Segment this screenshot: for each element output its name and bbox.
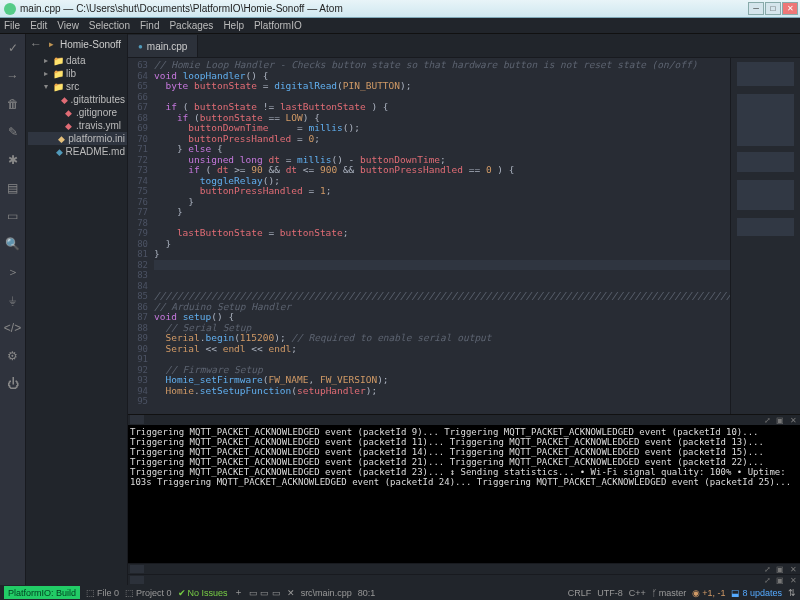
cpp-file-icon: ● bbox=[138, 42, 143, 51]
status-fetch-icon[interactable]: ⇅ bbox=[788, 588, 796, 598]
collapsed-panel-3[interactable]: ⤢ ▣ ✕ bbox=[128, 574, 800, 585]
file-icon: 📁 bbox=[53, 56, 63, 66]
minimize-button[interactable]: ─ bbox=[748, 2, 764, 15]
code-icon[interactable]: </> bbox=[5, 320, 21, 336]
window-controls: ─ □ ✕ bbox=[747, 2, 798, 15]
collapsed-tab-3[interactable] bbox=[130, 576, 144, 584]
tree-label: .travis.yml bbox=[76, 120, 121, 131]
status-git-branch[interactable]: ᚶ master bbox=[652, 588, 687, 598]
serial-icon[interactable]: ⏚ bbox=[5, 292, 21, 308]
menu-view[interactable]: View bbox=[57, 20, 79, 31]
file-icon: ◆ bbox=[56, 147, 63, 157]
tree-label: platformio.ini bbox=[68, 133, 125, 144]
minimap[interactable] bbox=[730, 58, 800, 414]
file-icon: 📁 bbox=[53, 82, 63, 92]
project-header[interactable]: ← ▸ Homie-Sonoff bbox=[26, 34, 127, 54]
window-title: main.cpp — C:\Users\shut\Documents\Platf… bbox=[20, 3, 343, 14]
trash-icon[interactable]: 🗑 bbox=[5, 96, 21, 112]
tree-item--travis-yml[interactable]: ◆.travis.yml bbox=[28, 119, 127, 132]
file-icon: 📁 bbox=[53, 69, 63, 79]
menu-packages[interactable]: Packages bbox=[169, 20, 213, 31]
menu-help[interactable]: Help bbox=[223, 20, 244, 31]
tree-label: .gitattributes bbox=[71, 94, 125, 105]
collapsed-tab-2[interactable] bbox=[130, 565, 144, 573]
tab-bar: ● main.cpp bbox=[128, 34, 800, 58]
tree-label: README.md bbox=[66, 146, 125, 157]
status-bar: PlatformIO: Build ⬚ File 0 ⬚ Project 0 ✔… bbox=[0, 585, 800, 600]
editor-pane: ● main.cpp 63646566676869707172737475767… bbox=[128, 34, 800, 585]
collapsed-panel-2[interactable]: ⤢ ▣ ✕ bbox=[128, 563, 800, 574]
text-editor[interactable]: 6364656667686970717273747576777879808182… bbox=[128, 58, 800, 414]
status-project-count[interactable]: ⬚ Project 0 bbox=[125, 588, 172, 598]
status-updates[interactable]: ⬓ 8 updates bbox=[731, 588, 782, 598]
tab-main-cpp[interactable]: ● main.cpp bbox=[128, 35, 198, 57]
tree-item-src[interactable]: ▾📁src bbox=[28, 80, 127, 93]
panel3-close-icon[interactable]: ✕ bbox=[788, 576, 798, 585]
project-name: Homie-Sonoff bbox=[60, 39, 121, 50]
file-tree: ← ▸ Homie-Sonoff ▸📁data▸📁lib▾📁src◆.gitat… bbox=[26, 34, 128, 585]
status-linter[interactable]: ✔ No Issues bbox=[178, 588, 228, 598]
check-icon[interactable]: ✓ bbox=[5, 40, 21, 56]
status-close-terminals[interactable]: ✕ bbox=[287, 588, 295, 598]
tree-label: .gitignore bbox=[76, 107, 117, 118]
menu-platformio[interactable]: PlatformIO bbox=[254, 20, 302, 31]
arrow-right-icon[interactable]: → bbox=[5, 68, 21, 84]
back-icon[interactable]: ← bbox=[30, 37, 42, 51]
window-titlebar: main.cpp — C:\Users\shut\Documents\Platf… bbox=[0, 0, 800, 18]
code-body[interactable]: // Homie Loop Handler - Checks button st… bbox=[154, 58, 730, 414]
tree-item-lib[interactable]: ▸📁lib bbox=[28, 67, 127, 80]
menu-find[interactable]: Find bbox=[140, 20, 159, 31]
bug-icon[interactable]: ✱ bbox=[5, 152, 21, 168]
panel3-maximize-icon[interactable]: ⤢ bbox=[762, 576, 772, 585]
panel3-popout-icon[interactable]: ▣ bbox=[775, 576, 785, 585]
bottom-panels: ⤢ ▣ ✕ Triggering MQTT_PACKET_ACKNOWLEDGE… bbox=[128, 414, 800, 585]
maximize-button[interactable]: □ bbox=[765, 2, 781, 15]
status-file-count[interactable]: ⬚ File 0 bbox=[86, 588, 119, 598]
file-icon: ◆ bbox=[58, 134, 65, 144]
tree-item-data[interactable]: ▸📁data bbox=[28, 54, 127, 67]
status-cursor-pos[interactable]: 80:1 bbox=[358, 588, 376, 598]
file-icon: ◆ bbox=[63, 108, 73, 118]
terminal-tab-1[interactable] bbox=[130, 415, 144, 424]
close-button[interactable]: ✕ bbox=[782, 2, 798, 15]
tree-item--gitignore[interactable]: ◆.gitignore bbox=[28, 106, 127, 119]
edit-icon[interactable]: ✎ bbox=[5, 124, 21, 140]
menubar: File Edit View Selection Find Packages H… bbox=[0, 18, 800, 34]
status-encoding[interactable]: UTF-8 bbox=[597, 588, 623, 598]
menu-selection[interactable]: Selection bbox=[89, 20, 130, 31]
status-build[interactable]: PlatformIO: Build bbox=[4, 586, 80, 599]
new-file-icon[interactable]: ▤ bbox=[5, 180, 21, 196]
panel2-close-icon[interactable]: ✕ bbox=[788, 565, 798, 574]
terminal-icon[interactable]: ＞ bbox=[5, 264, 21, 280]
panel-maximize-icon[interactable]: ⤢ bbox=[762, 416, 772, 425]
tree-item--gitattributes[interactable]: ◆.gitattributes bbox=[28, 93, 127, 106]
menu-file[interactable]: File bbox=[4, 20, 20, 31]
tree-label: data bbox=[66, 55, 85, 66]
tool-bar: ✓ → 🗑 ✎ ✱ ▤ ▭ 🔍 ＞ ⏚ </> ⚙ ⏻ bbox=[0, 34, 26, 585]
status-crlf[interactable]: CRLF bbox=[568, 588, 592, 598]
power-icon[interactable]: ⏻ bbox=[5, 376, 21, 392]
tab-label: main.cpp bbox=[147, 41, 188, 52]
folder-icon[interactable]: ▭ bbox=[5, 208, 21, 224]
tree-item-README-md[interactable]: ◆README.md bbox=[28, 145, 127, 158]
panel2-maximize-icon[interactable]: ⤢ bbox=[762, 565, 772, 574]
terminal-output[interactable]: Triggering MQTT_PACKET_ACKNOWLEDGED even… bbox=[128, 425, 800, 563]
panel-close-icon[interactable]: ✕ bbox=[788, 416, 798, 425]
panel-popout-icon[interactable]: ▣ bbox=[775, 416, 785, 425]
status-language[interactable]: C++ bbox=[629, 588, 646, 598]
file-icon: ◆ bbox=[61, 95, 68, 105]
tree-label: lib bbox=[66, 68, 76, 79]
panel2-popout-icon[interactable]: ▣ bbox=[775, 565, 785, 574]
search-icon[interactable]: 🔍 bbox=[5, 236, 21, 252]
status-filepath: src\main.cpp bbox=[301, 588, 352, 598]
status-add-terminal[interactable]: ＋ bbox=[234, 586, 243, 599]
workspace: ✓ → 🗑 ✎ ✱ ▤ ▭ 🔍 ＞ ⏚ </> ⚙ ⏻ ← ▸ Homie-So… bbox=[0, 34, 800, 585]
menu-edit[interactable]: Edit bbox=[30, 20, 47, 31]
tree-item-platformio-ini[interactable]: ◆platformio.ini bbox=[28, 132, 127, 145]
line-gutter: 6364656667686970717273747576777879808182… bbox=[128, 58, 154, 414]
status-git-diff[interactable]: ◉ +1, -1 bbox=[692, 588, 725, 598]
file-icon: ◆ bbox=[63, 121, 73, 131]
status-terminals[interactable]: ▭ ▭ ▭ bbox=[249, 588, 281, 598]
project-folder-icon: ▸ bbox=[46, 39, 56, 49]
settings-icon[interactable]: ⚙ bbox=[5, 348, 21, 364]
